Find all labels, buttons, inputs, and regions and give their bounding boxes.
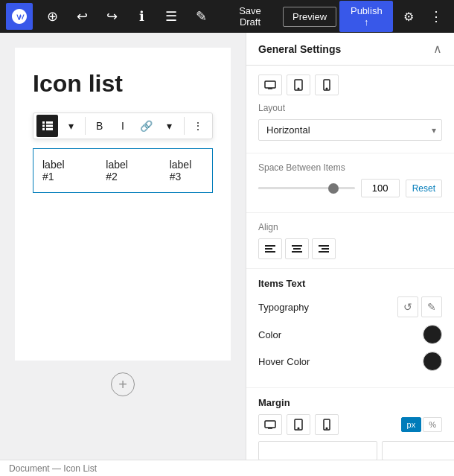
typography-reset-btn[interactable]: ↺ <box>397 296 418 317</box>
svg-point-10 <box>298 88 299 89</box>
layout-dropdown-wrapper: Horizontal Vertical ▾ <box>258 119 442 141</box>
margin-inputs <box>258 441 442 460</box>
hover-color-row: Hover Color <box>258 352 442 371</box>
svg-rect-20 <box>322 248 329 250</box>
svg-rect-21 <box>319 251 329 253</box>
list-type-btn[interactable] <box>36 115 58 137</box>
mobile-icon-btn[interactable] <box>315 74 339 95</box>
margin-tablet-btn[interactable] <box>287 414 310 435</box>
svg-rect-15 <box>265 251 275 253</box>
list-item: label #2 <box>106 159 139 183</box>
list-icon <box>42 121 53 131</box>
space-slider-track[interactable] <box>258 187 355 189</box>
items-text-section: Items Text Typography ↺ ✎ Color Hover Co… <box>246 269 454 388</box>
panel-header: General Settings ∧ <box>246 33 454 66</box>
align-right-btn[interactable] <box>312 238 336 259</box>
align-left-icon <box>264 243 276 255</box>
desktop-icon-btn[interactable] <box>258 74 282 95</box>
unit-px-btn[interactable]: px <box>401 417 422 432</box>
svg-rect-13 <box>265 245 275 247</box>
add-block-button[interactable]: + <box>111 372 135 396</box>
wp-logo[interactable] <box>6 3 33 30</box>
status-text: Document — Icon List <box>9 463 97 474</box>
typography-edit-btn[interactable]: ✎ <box>421 296 442 317</box>
typography-row: Typography ↺ ✎ <box>258 296 442 317</box>
align-buttons <box>258 238 442 259</box>
mobile-icon <box>321 79 333 91</box>
unit-percent-btn[interactable]: % <box>423 417 442 432</box>
margin-mobile-icon <box>321 419 333 431</box>
unit-buttons: px % <box>401 417 442 432</box>
tablet-icon-btn[interactable] <box>287 74 310 95</box>
svg-rect-14 <box>265 248 272 250</box>
more-options-button[interactable]: ⋮ <box>423 3 448 30</box>
icon-list-block[interactable]: label #1 label #2 label #3 <box>33 148 213 193</box>
align-center-icon <box>291 243 303 255</box>
svg-rect-2 <box>42 125 45 127</box>
info-btn[interactable]: ℹ <box>128 3 155 30</box>
align-center-btn[interactable] <box>285 238 309 259</box>
layout-label: Layout <box>258 103 442 113</box>
wordpress-icon <box>12 9 27 24</box>
publish-button[interactable]: Publish ↑ <box>339 1 393 32</box>
link-btn[interactable]: 🔗 <box>135 115 157 137</box>
svg-rect-16 <box>292 245 302 247</box>
bold-btn[interactable]: B <box>89 115 110 137</box>
svg-point-26 <box>298 428 299 429</box>
hover-color-swatch[interactable] <box>423 352 442 371</box>
layout-section: Layout Horizontal Vertical ▾ <box>246 66 454 153</box>
space-between-section: Space Between Items 100 Reset <box>246 153 454 213</box>
main-area: Icon list ▾ B I 🔗 ▾ ⋮ <box>0 33 454 460</box>
item-label-1: label #1 <box>42 159 76 183</box>
panel-title: General Settings <box>258 43 341 55</box>
svg-point-28 <box>326 428 327 429</box>
typography-label: Typography <box>258 302 309 313</box>
margin-desktop-icon <box>264 419 276 431</box>
undo-btn[interactable]: ↩ <box>68 3 95 30</box>
space-reset-btn[interactable]: Reset <box>406 180 442 197</box>
svg-rect-19 <box>319 245 329 247</box>
svg-rect-5 <box>46 128 53 130</box>
align-left-btn[interactable] <box>258 238 282 259</box>
typography-actions: ↺ ✎ <box>397 296 442 317</box>
svg-point-12 <box>326 88 327 89</box>
tools-btn[interactable]: ✎ <box>188 3 214 30</box>
editor-canvas: Icon list ▾ B I 🔗 ▾ ⋮ <box>15 48 231 361</box>
list-view-btn[interactable]: ☰ <box>158 3 185 30</box>
svg-rect-22 <box>265 421 275 428</box>
italic-btn[interactable]: I <box>112 115 133 137</box>
color-label: Color <box>258 329 281 340</box>
add-block-toolbar-btn[interactable]: ⊕ <box>39 3 65 30</box>
margin-desktop-btn[interactable] <box>258 414 282 435</box>
more-options-block-btn[interactable]: ⋮ <box>188 115 209 137</box>
space-input[interactable]: 100 <box>361 179 400 197</box>
slider-row: 100 Reset <box>258 179 442 197</box>
svg-rect-6 <box>265 81 275 88</box>
redo-btn[interactable]: ↪ <box>98 3 125 30</box>
save-draft-button[interactable]: Save Draft <box>220 1 280 32</box>
margin-right-input[interactable] <box>382 441 454 460</box>
top-bar: ⊕ ↩ ↪ ℹ ☰ ✎ Save Draft Preview Publish ↑… <box>0 0 454 33</box>
block-toolbar: ▾ B I 🔗 ▾ ⋮ <box>33 112 213 139</box>
preview-button[interactable]: Preview <box>283 7 336 27</box>
hover-color-label: Hover Color <box>258 356 310 367</box>
right-panel: General Settings ∧ <box>246 33 454 460</box>
svg-rect-3 <box>46 125 53 127</box>
settings-button[interactable]: ⚙ <box>396 3 421 30</box>
link-arrow-btn[interactable]: ▾ <box>159 115 180 137</box>
list-item: label #1 <box>42 159 76 183</box>
svg-rect-17 <box>293 248 301 250</box>
color-swatch[interactable] <box>423 325 442 344</box>
block-title: Icon list <box>33 70 213 98</box>
list-arrow-btn[interactable]: ▾ <box>60 115 81 137</box>
margin-mobile-btn[interactable] <box>315 414 339 435</box>
margin-top-input[interactable] <box>258 441 377 460</box>
slider-thumb[interactable] <box>328 183 339 194</box>
layout-select[interactable]: Horizontal Vertical <box>258 119 442 141</box>
align-label: Align <box>258 222 442 232</box>
slider-fill <box>258 187 336 189</box>
svg-rect-1 <box>46 121 53 124</box>
svg-rect-4 <box>42 128 45 130</box>
device-icons <box>258 74 442 95</box>
panel-collapse-btn[interactable]: ∧ <box>433 42 442 56</box>
